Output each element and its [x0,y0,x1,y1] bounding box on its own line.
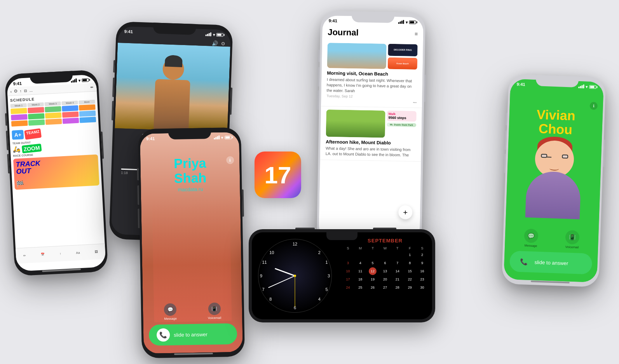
cal-day-23: 23 [418,275,426,283]
num-8: 8 [269,297,272,301]
cal-day-20: 20 [381,275,389,283]
walk-widget: Walk 9560 steps [387,111,416,122]
landscape-screen: 12 3 6 9 2 10 4 8 1 11 5 7 [252,232,432,319]
priya-contact-app: 9:41 ▾ [140,132,243,354]
calendar-icon: 📅 [41,253,45,257]
aplus-sticker: A+ [12,130,24,140]
teamz-sticker: TEAMZ [24,128,42,140]
more-icon: … [29,88,33,92]
power-button [242,190,244,217]
cal-day-13: 13 [381,267,389,275]
voicemail-action[interactable]: 📳 Voicemail [565,230,580,249]
message-action[interactable]: 💬 Message [164,303,177,321]
time-display: 9:41 [124,29,133,34]
entry1-date: Tuesday, Sep 12 [326,94,417,99]
voicemail-action[interactable]: 📳 Voicemail [207,303,221,320]
eye-left [541,154,547,158]
cal-day-10: 10 [344,267,352,275]
clock-half: 12 3 6 9 2 10 4 8 1 11 5 7 [252,232,338,319]
vivian-screen: 9:41 ▾ [504,79,604,282]
add-entry-button[interactable]: + [398,205,413,219]
battery-icon [216,33,225,37]
ios17-showcase: 9:41 ▾ ‹ ⊙ [0,0,619,364]
cal-day-12-today: 12 [369,267,377,275]
status-icons: ▾ [206,32,225,37]
dynamic-island [153,23,196,35]
cal-day-9: 9 [418,259,426,267]
share-icon: ↑ [20,89,22,93]
slide-to-answer[interactable]: 📞 slide to answer [509,251,593,274]
clock-face: 12 3 6 9 2 10 4 8 1 11 5 7 [258,239,332,313]
calendar-half: SEPTEMBER S M T W T F S 1 [338,232,432,319]
entry1-more: ••• [326,99,417,104]
ios17-number: 17 [265,161,291,189]
eye-right [562,155,568,159]
map-widget: Mt. Diablo State Park [387,123,416,127]
num-3: 3 [328,273,330,278]
volume-down-button [504,154,506,173]
album-figure [153,58,191,131]
volume-icon: 🔊 [212,40,218,47]
message-label: Message [525,244,537,247]
cal-day-28: 28 [394,284,401,291]
figure-hair [164,55,182,67]
calendar-grid: S M T W T F S 1 2 3 4 [342,246,428,291]
wifi-icon: ▾ [213,32,215,37]
cal-header-m: M [354,246,366,251]
contact-name-area: Priya Shah macdata.ru [140,155,240,193]
message-icon: 💬 [164,303,177,316]
vivian-name-area: Vivian Chou [509,87,603,142]
photo-icon: 🖼 [94,250,98,254]
cal-day-3: 3 [344,259,352,267]
volume-down-button [112,101,114,120]
vivian-last-name: Chou [516,120,595,138]
contact-screen: 9:41 ▾ [140,132,243,354]
ios17-app-icon: 17 [255,152,301,198]
filter-icon[interactable]: ≡ [415,31,418,37]
cal-day-24: 24 [344,284,352,291]
memoji-body [525,171,581,219]
volume-up-button [137,185,139,205]
power-button-h [373,228,396,229]
wifi-icon: ▾ [406,20,408,24]
slide-to-answer[interactable]: 📞 slide to answer [149,323,237,346]
num-7: 7 [262,287,264,292]
slide-label: slide to answer [174,331,207,338]
time-display: 9:41 [516,82,525,87]
more-dots: ••• [413,101,417,104]
ocean-photo: Ocean Beach [388,57,418,70]
character-sticker1: 🛵 [12,145,21,153]
contact-first-name: Priya [140,155,240,172]
status-icons: ▾ [214,135,233,140]
cal-day-19: 19 [369,275,377,283]
vivian-call-bottom: 💬 Message 📳 Voicemail 📞 slide to answer [504,228,599,275]
time-display: 9:41 [13,81,22,86]
beach-photo [327,43,387,69]
cal-day-14: 14 [394,267,401,275]
signal-icon [214,136,220,139]
cal-day-26: 26 [369,284,377,291]
journal-app: 9:41 ▾ [319,16,424,241]
time-elapsed: 1:18 [121,171,128,175]
home-bar [174,353,213,355]
num-12: 12 [293,242,297,246]
cal-day-5: 5 [369,259,377,267]
power-button [603,139,605,167]
journal-entry-1: DECODER RING Ocean Beach Morning visit, … [321,40,423,108]
num-2: 2 [318,250,321,255]
memoji-figure [521,139,586,219]
phone-landscape-clock: 12 3 6 9 2 10 4 8 1 11 5 7 [249,229,435,322]
entry2-photos: Walk 9560 steps Mt. Diablo State Park [326,110,417,138]
compose-icon-2: ✏ [23,254,26,257]
message-label: Message [164,317,177,321]
message-action[interactable]: 💬 Message [524,228,539,247]
wifi-icon: ▾ [221,135,223,139]
status-icons: ▾ [71,78,90,83]
cal-header-t2: T [391,246,403,251]
entry1-photos: DECODER RING Ocean Beach [327,43,418,70]
mute-switch [5,113,7,125]
album-background [115,43,230,132]
minute-hand [268,275,295,288]
clock-center-dot [294,275,296,277]
entry2-text: What a day! She and aro are in town visi… [326,146,416,158]
